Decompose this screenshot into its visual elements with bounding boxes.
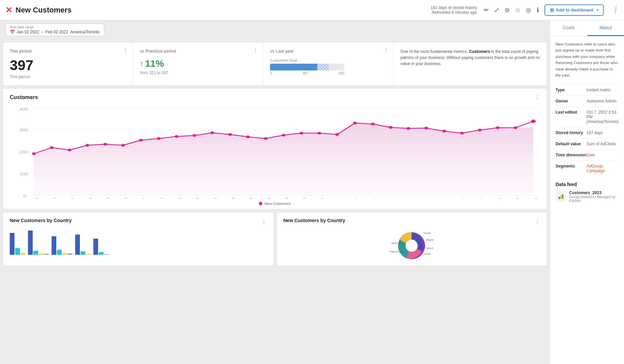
chart-title: Customers <box>10 94 38 100</box>
vs-previous-pct: 11% <box>145 58 164 69</box>
info-icon[interactable]: ℹ <box>537 6 539 14</box>
svg-text:Jun 1: Jun 1 <box>331 198 341 199</box>
svg-point-33 <box>424 127 428 129</box>
svg-text:Direct: Direct <box>426 247 434 250</box>
meta-row-time-dimension: Time dimension Date <box>556 150 619 161</box>
svg-text:May 15: May 15 <box>26 197 39 199</box>
bottom-right-more-icon[interactable]: ⋮ <box>535 219 540 225</box>
vs-previous-from: from 321 to 397 <box>140 70 256 75</box>
meta-value-segments[interactable]: AdGroup, Campaign <box>587 161 619 177</box>
meta-row-type: Type Instant metric <box>556 85 619 96</box>
svg-text:May 30: May 30 <box>294 197 307 199</box>
chart-legend: New Customers <box>10 202 540 206</box>
svg-point-23 <box>246 135 250 138</box>
right-panel-tabs: Goals About <box>550 20 624 36</box>
svg-point-26 <box>299 132 303 134</box>
chart-header: Customers ⋮ <box>10 94 540 100</box>
svg-point-19 <box>175 135 178 138</box>
svg-text:Jun 6: Jun 6 <box>420 198 430 199</box>
svg-text:Jun 2: Jun 2 <box>349 198 359 199</box>
this-period-title: This period <box>10 49 126 54</box>
about-card-text: One of the most fundamental metrics, Cus… <box>400 49 540 67</box>
this-period-sub: This period <box>10 74 126 79</box>
svg-text:Jun 13: Jun 13 <box>526 197 538 199</box>
svg-text:Social: Social <box>423 232 431 235</box>
left-panel: Auto date range 📅 Jan 02 2022 → Feb 02 2… <box>0 20 550 364</box>
svg-text:0: 0 <box>23 194 26 198</box>
svg-text:May 29: May 29 <box>276 197 289 199</box>
block-icon[interactable]: ⊘ <box>505 6 510 14</box>
svg-point-35 <box>460 132 464 134</box>
chart-more-icon[interactable]: ⋮ <box>535 94 540 100</box>
vs-last-year-title: vs Last year <box>270 49 386 54</box>
stored-history: 181 days of stored history <box>430 5 477 10</box>
svg-text:Jun 5: Jun 5 <box>402 198 413 199</box>
header-actions: ✏ ⤢ ⊘ ☆ ◎ ℹ ⊞ Add to dashboard ▾ ⋮ <box>484 4 619 16</box>
svg-text:May 28: May 28 <box>258 197 271 199</box>
svg-point-70 <box>406 240 418 252</box>
vs-last-year-card: ⋮ vs Last year Customers Goal 0 397 500 <box>263 42 393 85</box>
svg-point-14 <box>86 144 89 147</box>
meta-label-stored-history: Stored history <box>556 127 587 139</box>
goal-icon[interactable]: ◎ <box>526 6 531 14</box>
svg-text:Display: Display <box>426 238 434 241</box>
this-period-value: 397 <box>10 58 126 72</box>
bottom-left-title: New Customers by Country <box>10 218 72 223</box>
bottom-charts-row: New Customers by Country ⋮ <box>3 212 547 266</box>
star-icon[interactable]: ☆ <box>515 6 521 14</box>
share-icon[interactable]: ⤢ <box>494 6 499 14</box>
svg-point-24 <box>264 137 268 140</box>
svg-text:May 25: May 25 <box>204 197 218 199</box>
svg-point-22 <box>228 133 232 136</box>
svg-text:May 22: May 22 <box>151 197 165 199</box>
svg-text:Jun 10: Jun 10 <box>490 197 503 199</box>
svg-point-36 <box>478 129 482 131</box>
svg-text:May 24: May 24 <box>187 197 200 199</box>
bottom-left-more-icon[interactable]: ⋮ <box>261 219 267 225</box>
svg-text:300: 300 <box>20 128 29 132</box>
tab-goals[interactable]: Goals <box>550 20 587 36</box>
svg-text:400: 400 <box>20 107 29 111</box>
edit-icon[interactable]: ✏ <box>484 6 489 14</box>
svg-text:Referral: Referral <box>391 242 401 245</box>
meta-label-owner: Owner <box>556 96 587 107</box>
data-feed-section-header: Data feed <box>556 182 619 187</box>
meta-label-type: Type <box>556 85 587 96</box>
this-period-more-icon[interactable]: ⋮ <box>123 47 128 54</box>
customers-chart-svg: 0 100 200 300 400 <box>10 104 540 199</box>
app-header: ✕ New Customers 181 days of stored histo… <box>0 0 624 20</box>
date-range-label: Auto date range <box>10 25 100 29</box>
svg-text:Other: Other <box>424 252 431 255</box>
legend-dot-icon <box>259 202 262 205</box>
timezone: America/Toronto <box>70 30 99 34</box>
add-to-dashboard-button[interactable]: ⊞ Add to dashboard ▾ <box>544 4 604 16</box>
vs-last-year-more-icon[interactable]: ⋮ <box>383 47 389 54</box>
svg-point-28 <box>335 133 339 136</box>
feed-logo-icon <box>557 193 565 200</box>
bottom-right-card: New Customers by Country ⋮ <box>276 212 547 266</box>
right-panel-content: New Customers refer to users who just si… <box>550 36 624 207</box>
meta-row-default-value: Default value Sum of AdClicks <box>556 139 619 150</box>
date-range-pill[interactable]: Auto date range 📅 Jan 02 2022 → Feb 02 2… <box>5 24 104 36</box>
meta-value-time-dimension[interactable]: Date <box>587 150 619 161</box>
meta-value-stored-history: 197 days <box>587 127 619 139</box>
calendar-icon: 📅 <box>10 30 15 34</box>
vs-previous-change: ↑ 11% <box>140 58 256 69</box>
meta-value-last-edited: Oct 7, 2022 2:53 PM (America/Toronto) <box>587 107 619 127</box>
feed-icon <box>556 191 566 202</box>
svg-point-11 <box>32 152 36 155</box>
meta-label-segments: Segments <box>556 161 587 177</box>
pie-chart-svg: Social Display Referral Direct Paid Sear… <box>390 227 434 261</box>
goal-num-0: 0 <box>270 71 272 75</box>
svg-point-18 <box>157 137 160 140</box>
svg-point-32 <box>407 127 410 130</box>
page-title: New Customers <box>16 6 430 14</box>
svg-point-13 <box>68 149 71 151</box>
meta-row-last-edited: Last edited Oct 7, 2022 2:53 PM (America… <box>556 107 619 127</box>
svg-text:May 31: May 31 <box>311 197 325 199</box>
svg-point-25 <box>282 134 286 136</box>
svg-text:200: 200 <box>20 150 29 154</box>
vs-previous-more-icon[interactable]: ⋮ <box>253 47 258 54</box>
data-feed-item: Customers_2023 Google Analytics | Manage… <box>556 190 619 203</box>
tab-about[interactable]: About <box>587 20 624 36</box>
